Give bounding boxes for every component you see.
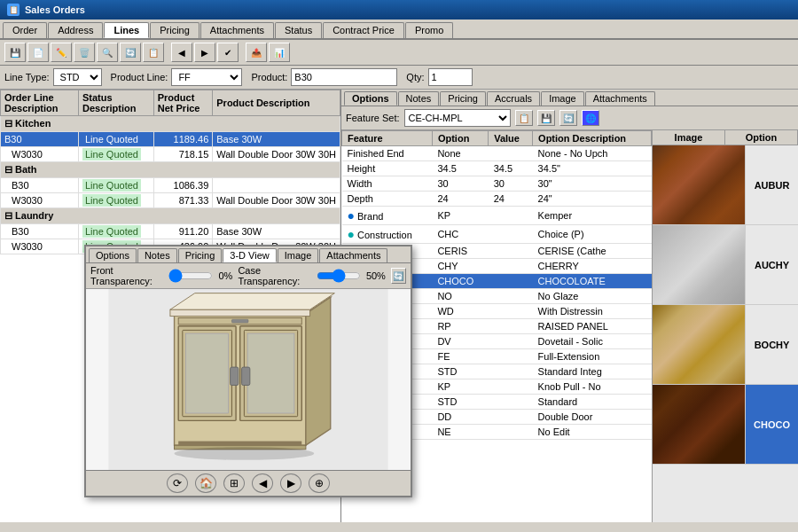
overlay-bottom-bar: ⟳ 🏠 ⊞ ◀ ▶ ⊕ (86, 470, 411, 496)
main-toolbar: 💾 📄 ✏️ 🗑️ 🔍 🔄 📋 ◀ ▶ ✔ 📤 📊 (0, 40, 798, 66)
product-input[interactable] (291, 68, 397, 86)
toolbar-btn-7[interactable]: 📋 (143, 43, 164, 62)
toolbar-nav-prev[interactable]: ◀ (171, 43, 192, 62)
toolbar-btn-9[interactable]: 📊 (269, 43, 290, 62)
toolbar-btn-2[interactable]: 📄 (27, 43, 49, 62)
construction-indicator: ● (348, 227, 355, 241)
sub-tab-notes[interactable]: Notes (398, 91, 440, 106)
line-type-label: Line Type: (4, 72, 50, 82)
opt-row-width[interactable]: Width303030" (342, 176, 652, 192)
tab-contract-price[interactable]: Contract Price (323, 22, 404, 38)
product-group: Product: (251, 68, 397, 86)
swatch-aubur-label: AUBUR (745, 145, 798, 224)
svg-marker-5 (170, 293, 334, 310)
tab-promo[interactable]: Promo (405, 22, 453, 38)
overlay-tab-options[interactable]: Options (89, 248, 137, 262)
table-row[interactable]: B30 Line Quoted 911.20 Base 30W (1, 224, 340, 239)
opt-row-brand[interactable]: ● BrandKPKemper (342, 207, 652, 225)
overlay-tab-3d[interactable]: 3-D View (223, 248, 276, 262)
fs-btn-4[interactable]: 🌐 (582, 110, 599, 126)
line-type-select[interactable]: STD (53, 68, 102, 86)
table-row[interactable]: B30 Line Quoted 1086.39 (1, 178, 340, 193)
swatch-bochy[interactable]: BOCHY (653, 305, 798, 385)
overlay-3d-content (86, 289, 411, 470)
opt-col-option: Option (432, 131, 488, 146)
tab-order[interactable]: Order (3, 22, 47, 38)
img-col-image: Image (653, 130, 725, 145)
group-bath: ⊟ Bath (1, 162, 340, 178)
svg-rect-4 (170, 309, 310, 316)
sub-tab-options[interactable]: Options (344, 91, 397, 106)
swatch-aubur-image (653, 145, 745, 224)
toolbar-nav-next[interactable]: ▶ (194, 43, 215, 62)
overlay-btn-2[interactable]: 🏠 (195, 473, 216, 493)
overlay-tab-pricing[interactable]: Pricing (178, 248, 223, 262)
img-col-option: Option (725, 130, 798, 145)
product-line-group: Product Line: FF (111, 68, 243, 86)
tab-address[interactable]: Address (48, 22, 103, 38)
toolbar-btn-6[interactable]: 🔄 (120, 43, 141, 62)
svg-marker-3 (306, 297, 331, 445)
title-text: Sales Orders (25, 4, 85, 15)
front-transparency-value: 0% (218, 270, 232, 281)
overlay-tab-notes[interactable]: Notes (137, 248, 177, 262)
toolbar-btn-8[interactable]: 📤 (246, 43, 267, 62)
tab-status[interactable]: Status (275, 22, 322, 38)
toolbar-btn-5[interactable]: 🔍 (97, 43, 118, 62)
col-price: Product Net Price (153, 90, 213, 116)
fs-btn-2[interactable]: 💾 (537, 110, 555, 126)
tab-pricing[interactable]: Pricing (150, 22, 200, 38)
table-row[interactable]: W3030 Line Quoted 871.33 Wall Double Doo… (1, 193, 340, 208)
overlay-btn-3[interactable]: ⊞ (223, 473, 245, 493)
qty-input[interactable] (428, 68, 473, 86)
overlay-btn-4[interactable]: ◀ (252, 473, 273, 493)
sub-tab-pricing[interactable]: Pricing (440, 91, 486, 106)
swatch-bochy-label: BOCHY (745, 305, 798, 384)
toolbar-btn-1[interactable]: 💾 (4, 43, 26, 62)
sub-tab-attachments[interactable]: Attachments (585, 91, 655, 106)
toolbar-check[interactable]: ✔ (217, 43, 239, 62)
app-icon: 📋 (7, 4, 20, 16)
fs-btn-1[interactable]: 📋 (515, 110, 533, 126)
opt-row-depth[interactable]: Depth242424" (342, 192, 652, 207)
table-row[interactable]: W3030 Line Quoted 718.15 Wall Double Doo… (1, 147, 340, 162)
sub-tab-image[interactable]: Image (541, 91, 584, 106)
opt-row-finished-end[interactable]: Finished EndNoneNone - No Upch (342, 146, 652, 161)
overlay-btn-1[interactable]: ⟳ (167, 473, 188, 493)
qty-group: Qty: (406, 68, 472, 86)
opt-row-height[interactable]: Height34.534.534.5" (342, 161, 652, 176)
svg-rect-17 (231, 319, 248, 323)
toolbar-btn-4[interactable]: 🗑️ (74, 43, 95, 62)
case-transparency-slider[interactable] (317, 270, 361, 281)
product-line-select[interactable]: FF (171, 68, 242, 86)
form-row: Line Type: STD Product Line: FF Product:… (0, 66, 798, 90)
feature-set-select[interactable]: CE-CH-MPL (404, 109, 511, 127)
overlay-3d-panel: Options Notes Pricing 3-D View Image Att… (84, 245, 412, 497)
opt-col-desc: Option Description (533, 131, 652, 146)
image-panel-header: Image Option (653, 130, 798, 145)
front-transparency-slider[interactable] (168, 270, 213, 281)
main-tab-bar: Order Address Lines Pricing Attachments … (0, 20, 798, 40)
swatch-aubur[interactable]: AUBUR (653, 145, 798, 225)
overlay-refresh-btn[interactable]: 🔄 (391, 268, 406, 284)
overlay-btn-5[interactable]: ▶ (280, 473, 301, 493)
overlay-tab-image[interactable]: Image (278, 248, 319, 262)
case-transparency-value: 50% (366, 270, 386, 281)
svg-rect-14 (231, 367, 239, 385)
overlay-tab-attachments[interactable]: Attachments (319, 248, 387, 262)
fs-btn-3[interactable]: 🔄 (559, 110, 577, 126)
opt-row-construction[interactable]: ● ConstructionCHCChoice (P) (342, 225, 652, 244)
swatch-choco[interactable]: CHOCO (653, 385, 798, 465)
swatch-auchy[interactable]: AUCHY (653, 225, 798, 305)
overlay-btn-6[interactable]: ⊕ (309, 473, 330, 493)
case-transparency-label: Case Transparency: (238, 265, 310, 286)
table-row[interactable]: B30 Line Quoted 1189.46 Base 30W (1, 132, 340, 147)
svg-rect-9 (186, 333, 229, 413)
tab-lines[interactable]: Lines (104, 22, 149, 38)
product-label: Product: (251, 72, 287, 82)
sub-tab-accruals[interactable]: Accruals (487, 91, 540, 106)
toolbar-btn-3[interactable]: ✏️ (51, 43, 72, 62)
swatch-auchy-label: AUCHY (745, 225, 798, 304)
swatch-choco-image (653, 385, 745, 464)
tab-attachments[interactable]: Attachments (200, 22, 274, 38)
